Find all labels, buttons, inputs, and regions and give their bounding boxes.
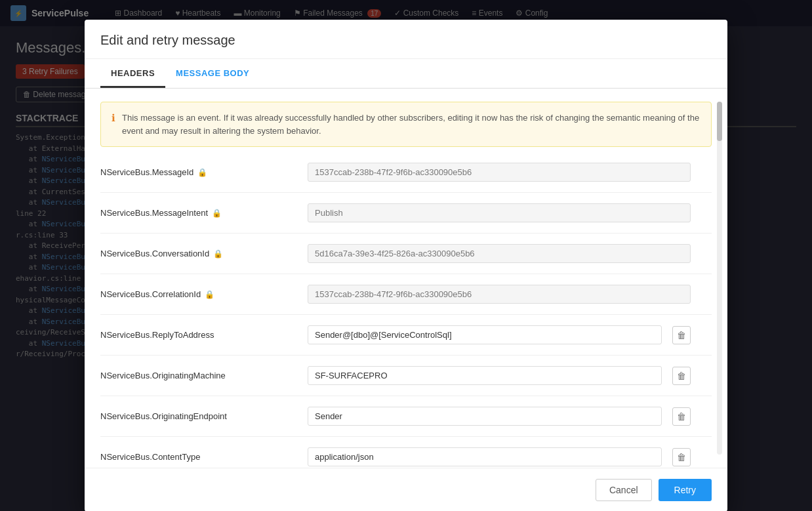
retry-button[interactable]: Retry — [659, 479, 712, 501]
lock-icon: 🔒 — [213, 249, 223, 258]
modal-body[interactable]: ℹ This message is an event. If it was al… — [85, 89, 727, 468]
field-row-originatingendpoint: NServiceBus.OriginatingEndpoint 🗑 — [100, 407, 712, 426]
field-label-originatingmachine: NServiceBus.OriginatingMachine — [100, 371, 297, 380]
field-label-replytoaddress: NServiceBus.ReplyToAddress — [100, 330, 297, 340]
field-row-correlationid: NServiceBus.CorrelationId 🔒 — [100, 285, 712, 304]
field-label-originatingendpoint: NServiceBus.OriginatingEndpoint — [100, 411, 297, 421]
trash-icon: 🗑 — [677, 330, 686, 340]
divider — [100, 314, 712, 315]
field-label-contenttype: NServiceBus.ContentType — [100, 452, 297, 462]
lock-icon: 🔒 — [212, 209, 222, 218]
field-label-messageid: NServiceBus.MessageId 🔒 — [100, 167, 297, 177]
field-row-replytoaddress: NServiceBus.ReplyToAddress 🗑 — [100, 325, 712, 344]
divider — [100, 436, 712, 437]
field-row-contenttype: NServiceBus.ContentType 🗑 — [100, 447, 712, 466]
divider — [100, 192, 712, 193]
warning-box: ℹ This message is an event. If it was al… — [100, 102, 712, 147]
modal-footer: Cancel Retry — [85, 468, 727, 511]
field-label-correlationid: NServiceBus.CorrelationId 🔒 — [100, 289, 297, 299]
tab-headers[interactable]: HEADERS — [100, 59, 165, 88]
modal-overlay: Edit and retry message HEADERS MESSAGE B… — [0, 0, 812, 511]
modal-header: Edit and retry message — [85, 20, 727, 59]
tab-message-body[interactable]: MESSAGE BODY — [165, 59, 260, 88]
cancel-button[interactable]: Cancel — [596, 479, 652, 501]
divider — [100, 274, 712, 274]
divider — [100, 355, 712, 356]
field-input-originatingendpoint[interactable] — [308, 407, 662, 426]
field-row-originatingmachine: NServiceBus.OriginatingMachine 🗑 — [100, 366, 712, 385]
field-input-correlationid[interactable] — [308, 285, 691, 304]
field-label-messageintent: NServiceBus.MessageIntent 🔒 — [100, 208, 297, 218]
field-input-replytoaddress[interactable] — [308, 325, 662, 344]
field-row-messageid: NServiceBus.MessageId 🔒 — [100, 163, 712, 182]
modal-tabs: HEADERS MESSAGE BODY — [85, 59, 727, 89]
delete-field-replytoaddress-button[interactable]: 🗑 — [672, 326, 691, 344]
trash-icon: 🗑 — [677, 371, 686, 381]
trash-icon: 🗑 — [677, 411, 686, 422]
field-input-messageid[interactable] — [308, 163, 691, 182]
lock-icon: 🔒 — [205, 290, 214, 299]
divider — [100, 396, 712, 396]
warning-icon: ℹ — [112, 112, 115, 124]
modal-title: Edit and retry message — [100, 33, 712, 48]
delete-field-originatingmachine-button[interactable]: 🗑 — [672, 367, 691, 385]
field-input-contenttype[interactable] — [308, 447, 662, 466]
delete-field-originatingendpoint-button[interactable]: 🗑 — [672, 407, 691, 426]
field-input-conversationid[interactable] — [308, 244, 691, 263]
modal: Edit and retry message HEADERS MESSAGE B… — [85, 20, 727, 511]
scroll-thumb — [717, 102, 722, 141]
field-row-messageintent: NServiceBus.MessageIntent 🔒 — [100, 203, 712, 222]
scrollbar[interactable] — [717, 102, 722, 455]
warning-text: This message is an event. If it was alre… — [122, 112, 700, 137]
field-input-messageintent[interactable] — [308, 203, 691, 222]
divider — [100, 233, 712, 234]
field-row-conversationid: NServiceBus.ConversationId 🔒 — [100, 244, 712, 263]
field-input-originatingmachine[interactable] — [308, 366, 662, 385]
trash-icon: 🗑 — [677, 452, 686, 462]
delete-field-contenttype-button[interactable]: 🗑 — [672, 448, 691, 466]
lock-icon: 🔒 — [197, 168, 207, 177]
field-label-conversationid: NServiceBus.ConversationId 🔒 — [100, 249, 297, 258]
